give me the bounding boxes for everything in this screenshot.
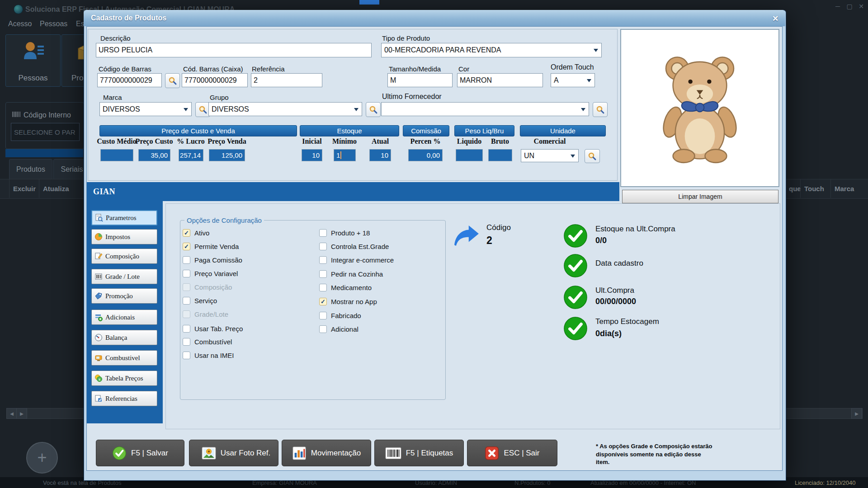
svg-text:$: $ (99, 378, 100, 381)
maximize-button[interactable]: ▢ (844, 3, 855, 10)
checkbox-fabricado[interactable]: Fabricado (319, 312, 361, 319)
dialog-title: Cadastro de Produtos (91, 14, 166, 22)
checkbox-adicional[interactable]: Adicional (319, 325, 359, 333)
checkbox-usar-tab-preco[interactable]: Usar Tab. Preço (183, 325, 243, 333)
liquido-field[interactable] (456, 149, 483, 161)
minimo-field[interactable]: 1 (334, 149, 356, 161)
menu-pessoas[interactable]: Pessoas (40, 20, 67, 28)
checkbox-usar-na-imei[interactable]: Usar na IMEI (183, 352, 234, 359)
checkbox-checked-icon: ✓ (319, 298, 327, 305)
dialog-titlebar[interactable]: Cadastro de Produtos (84, 10, 785, 26)
unidade-search-button[interactable] (585, 149, 600, 163)
codigo-barras-search-button[interactable] (165, 73, 180, 88)
grid-header-que[interactable]: que (785, 179, 800, 198)
checkbox-preco-variavel[interactable]: Preço Variavel (183, 270, 238, 277)
text-cursor (340, 151, 341, 159)
section-peso: Peso Liq/Bru (454, 125, 514, 136)
usar-foto-ref-button[interactable]: Usar Foto Ref. (189, 440, 278, 466)
scroll-right-arrow[interactable]: ▶ (851, 408, 862, 419)
grid-header-touch[interactable]: Touch (800, 179, 830, 198)
sidebar-tab-adicionais[interactable]: Adicionais (91, 310, 157, 325)
sidebar-tab-grade-lote[interactable]: Grade / Lote (91, 269, 157, 284)
referencia-input[interactable] (251, 73, 322, 87)
sidebar-tab-referencias[interactable]: Referencias (91, 391, 157, 406)
movimentacao-button[interactable]: Movimentação (282, 440, 371, 466)
tamanho-input[interactable] (387, 73, 453, 87)
preco-custo-field[interactable]: 35,00 (138, 149, 170, 161)
checkbox-combustivel[interactable]: Combustível (183, 338, 232, 346)
salvar-button[interactable]: F5 | Salvar (96, 440, 184, 466)
barcode-icon (94, 272, 103, 281)
minimize-button[interactable]: ─ (832, 3, 844, 10)
grid-header-excluir[interactable]: Excluir (9, 179, 39, 198)
comercial-select[interactable]: UN (521, 149, 579, 162)
lucro-label: % Lucro (177, 137, 204, 145)
checkbox-icon (319, 256, 327, 264)
grid-header-atualiza[interactable]: Atualiza (39, 179, 89, 198)
preco-venda-field[interactable]: 125,00 (209, 149, 245, 161)
checkbox-mostrar-no-app[interactable]: ✓Mostrar no App (319, 298, 377, 305)
checkbox-ativo[interactable]: ✓Ativo (183, 229, 209, 237)
bruto-field[interactable] (488, 149, 512, 161)
chevron-down-icon (587, 79, 591, 82)
percen-field[interactable]: 0,00 (408, 149, 443, 161)
checkbox-icon (319, 243, 327, 250)
codigo-barras-input[interactable] (97, 73, 162, 87)
scroll-right-arrow-left[interactable]: ▶ (16, 408, 27, 419)
inicial-field[interactable]: 10 (302, 149, 322, 161)
checkbox-grade-lote: Grade/Lote (183, 310, 228, 318)
lucro-field[interactable]: 257,14 (179, 149, 203, 161)
limpar-imagem-button[interactable]: Limpar Imagem (622, 190, 778, 203)
scroll-left-arrow[interactable]: ◀ (6, 408, 17, 419)
descricao-input[interactable] (96, 43, 372, 57)
sair-button[interactable]: ESC | Sair (467, 440, 557, 466)
sidebar-tab-impostos[interactable]: Impostos (91, 229, 157, 244)
preco-venda-label: Preço Venda (208, 137, 246, 145)
taskbar-chip (359, 0, 379, 5)
custo-medio-field[interactable] (100, 149, 133, 161)
dialog-close-icon[interactable]: ✕ (769, 13, 782, 24)
cor-input[interactable] (457, 73, 543, 87)
sidebar-tab-parametros[interactable]: Parametros (91, 210, 157, 225)
sidebar-tab-promocao[interactable]: Promoção (91, 288, 157, 304)
tipo-produto-select[interactable]: 00-MERCADORIA PARA REVENDA (381, 43, 602, 57)
codigo-interno-input[interactable]: SELECIONE O PAR (11, 123, 80, 141)
etiquetas-button[interactable]: F5 | Etiquetas (374, 440, 464, 466)
checkbox-pedir-na-cozinha[interactable]: Pedir na Cozinha (319, 270, 383, 278)
checkbox-checked-icon: ✓ (183, 243, 190, 250)
checkbox-permite-venda[interactable]: ✓Permite Venda (183, 243, 239, 250)
grupo-select[interactable]: DIVERSOS (208, 102, 362, 116)
tamanho-label: Tamanho/Medida (389, 65, 441, 73)
gauge-icon (94, 333, 103, 342)
sidebar-tab-combustivel[interactable]: Combustivel (91, 350, 157, 366)
barcode-small-icon (12, 111, 21, 117)
checkbox-integrar-ecommerce[interactable]: Integrar e-commerce (319, 256, 394, 264)
close-window-button[interactable]: ✕ (855, 3, 867, 10)
checkbox-icon (183, 338, 190, 346)
grupo-search-button[interactable] (366, 102, 381, 117)
fornecedor-search-button[interactable] (593, 102, 608, 117)
checkbox-paga-comissao[interactable]: Paga Comissão (183, 256, 242, 264)
app-logo-icon (14, 5, 23, 14)
toolbar-pessoas-button[interactable]: Pessoas (5, 34, 61, 87)
checkbox-servico[interactable]: Serviço (183, 297, 217, 305)
cod-barras-caixa-input[interactable] (182, 73, 248, 87)
ordem-touch-select[interactable]: A (551, 73, 595, 87)
checkbox-icon (319, 229, 327, 237)
checkbox-icon (319, 312, 327, 319)
checkbox-controla-est-grade[interactable]: Controla Est.Grade (319, 243, 389, 250)
marca-select[interactable]: DIVERSOS (99, 102, 192, 116)
grid-header-marca[interactable]: Marca (830, 179, 868, 198)
ordem-touch-label: Ordem Touch (551, 63, 594, 71)
checkbox-produto-18[interactable]: Produto + 18 (319, 229, 370, 237)
add-button[interactable]: + (26, 442, 58, 474)
menu-acesso[interactable]: Acesso (8, 20, 32, 28)
codigo-barras-label: Código de Barras (99, 65, 151, 73)
checkbox-medicamento[interactable]: Medicamento (319, 284, 372, 291)
ultimo-fornecedor-select[interactable] (381, 102, 589, 116)
tab-produtos[interactable]: Produtos (9, 159, 52, 179)
sidebar-tab-balanca[interactable]: Balança (91, 330, 157, 345)
sidebar-tab-composicao[interactable]: Composição (91, 249, 157, 264)
sidebar-tab-tabela-precos[interactable]: $ Tabela Preços (91, 371, 157, 386)
atual-field[interactable]: 10 (369, 149, 391, 161)
